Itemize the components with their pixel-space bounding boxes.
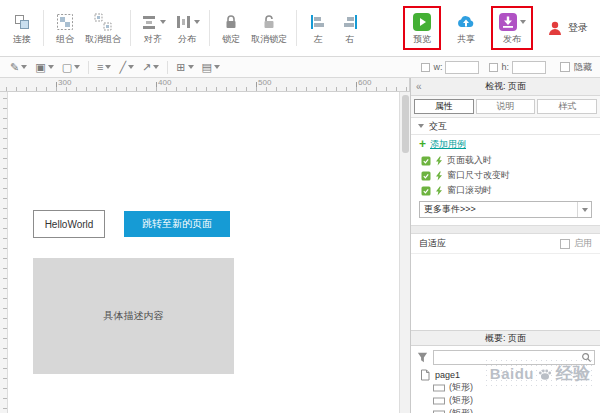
enable-label: 启用	[574, 237, 592, 250]
more-events-dropdown[interactable]: 更多事件>>>	[419, 201, 592, 218]
toolbar-right-group: 预览 共享 发布 登录	[406, 0, 600, 56]
filter-funnel-icon[interactable]	[416, 351, 429, 364]
format-painter-control[interactable]: ✎	[6, 62, 31, 73]
width-field: w:	[421, 61, 479, 74]
height-field: h:	[489, 61, 546, 74]
event-label: 窗口滚动时	[447, 184, 492, 197]
tool-ungroup[interactable]: 取消组合	[81, 9, 125, 47]
height-input[interactable]	[512, 61, 546, 74]
event-onwindowresize[interactable]: 窗口尺寸改变时	[411, 168, 600, 183]
inspector-title: 检视: 页面	[411, 80, 600, 93]
chevron-down-icon	[577, 202, 591, 217]
search-input[interactable]	[434, 351, 581, 364]
line-style-control[interactable]: ╱	[115, 62, 138, 73]
case-icon	[434, 186, 444, 196]
tree-item-label: (矩形)	[449, 381, 473, 394]
text-format-control[interactable]: ⊞	[172, 62, 197, 73]
tool-label: 对齐	[144, 35, 162, 44]
tool-label: 右	[346, 35, 355, 44]
login-button[interactable]: 登录	[542, 16, 592, 40]
enable-checkbox[interactable]	[560, 239, 570, 249]
event-onwindowscroll[interactable]: 窗口滚动时	[411, 183, 600, 198]
lock-icon	[222, 13, 240, 31]
preview-icon	[412, 12, 432, 32]
tool-distribute[interactable]: 分布	[170, 9, 204, 47]
tree-item-page1[interactable]: page1	[411, 368, 600, 381]
interaction-section-header[interactable]: 交互	[411, 118, 600, 135]
chevron-down-icon	[48, 65, 54, 69]
align-left-icon	[309, 13, 327, 31]
tree-item-rect[interactable]: (矩形)	[411, 394, 600, 407]
shadow-style-control[interactable]: ▤	[198, 62, 224, 73]
tool-align[interactable]: 对齐	[136, 9, 170, 47]
shadow-style-icon: ▤	[202, 62, 212, 73]
toolbar-left-group: 连接 组合 取消组合 对齐 分布	[0, 0, 366, 56]
outline-tree: page1 (矩形) (矩形) (矩形)	[411, 368, 600, 413]
hide-control[interactable]: 隐藏	[560, 61, 592, 74]
style-toolbar: ✎ ▣ ▢ ≡ ╱ ↗ ⊞ ▤ w: h: 隐藏	[0, 57, 600, 78]
rectangle-icon	[433, 382, 445, 394]
line-weight-control[interactable]: ≡	[93, 62, 115, 73]
share-cloud-icon	[456, 12, 476, 32]
tool-align-right[interactable]: 右	[334, 9, 366, 47]
canvas[interactable]: HelloWorld 跳转至新的页面 具体描述内容	[8, 92, 399, 413]
preview-button[interactable]: 预览	[406, 9, 438, 47]
event-onpageload[interactable]: 页面载入时	[411, 153, 600, 168]
collapse-panel-icon[interactable]: «	[416, 82, 422, 92]
border-color-icon: ▢	[62, 62, 72, 73]
width-label: w:	[433, 62, 442, 72]
chevron-down-icon	[105, 65, 111, 69]
jump-button-widget[interactable]: 跳转至新的页面	[124, 211, 230, 237]
rectangle-icon	[433, 408, 445, 413]
chevron-down-icon	[74, 65, 80, 69]
border-color-control[interactable]: ▢	[58, 62, 84, 73]
helloworld-text: HelloWorld	[45, 219, 94, 230]
interaction-section-label: 交互	[429, 120, 447, 133]
add-case-label: 添加用例	[430, 138, 466, 151]
inspector-header: « 检视: 页面	[411, 78, 600, 96]
width-input[interactable]	[445, 61, 479, 74]
line-weight-icon: ≡	[97, 62, 103, 73]
ruler-mark: 500	[258, 79, 271, 87]
tree-item-label: (矩形)	[449, 394, 473, 407]
hide-checkbox[interactable]	[560, 62, 570, 72]
more-events-label: 更多事件>>>	[424, 203, 476, 216]
add-case-link[interactable]: + 添加用例	[411, 135, 600, 153]
tool-connect[interactable]: 连接	[6, 9, 38, 47]
tool-group[interactable]: 组合	[49, 9, 81, 47]
line-style-icon: ╱	[119, 62, 126, 73]
vertical-scrollbar[interactable]	[399, 92, 410, 413]
event-icon	[421, 186, 431, 196]
scrollbar-thumb[interactable]	[402, 95, 409, 153]
tool-lock[interactable]: 锁定	[215, 9, 247, 47]
fill-color-icon: ▣	[35, 62, 45, 73]
description-rect-widget[interactable]: 具体描述内容	[33, 258, 234, 374]
tool-label: 取消组合	[85, 35, 121, 44]
text-format-icon: ⊞	[176, 62, 185, 73]
tab-notes[interactable]: 说明	[476, 99, 536, 114]
ungroup-icon	[94, 13, 112, 31]
toolbar-separator	[43, 10, 44, 46]
toolbar-separator	[88, 61, 89, 74]
tab-style[interactable]: 样式	[537, 99, 597, 114]
fill-color-control[interactable]: ▣	[31, 62, 57, 73]
event-label: 窗口尺寸改变时	[447, 169, 510, 182]
arrow-style-control[interactable]: ↗	[138, 62, 163, 73]
main-toolbar: 连接 组合 取消组合 对齐 分布	[0, 0, 600, 57]
tool-unlock[interactable]: 取消锁定	[247, 9, 291, 47]
tool-label: 分布	[178, 35, 196, 44]
helloworld-widget[interactable]: HelloWorld	[33, 210, 105, 238]
publish-button[interactable]: 发布	[494, 9, 530, 47]
arrow-style-icon: ↗	[142, 62, 151, 73]
tool-align-left[interactable]: 左	[302, 9, 334, 47]
share-button[interactable]: 共享	[450, 9, 482, 47]
connect-icon	[13, 13, 31, 31]
tree-item-rect[interactable]: (矩形)	[411, 407, 600, 413]
search-icon[interactable]	[581, 352, 592, 363]
align-icon	[140, 13, 158, 31]
event-label: 页面载入时	[447, 154, 492, 167]
tab-properties[interactable]: 属性	[414, 99, 474, 114]
tree-item-rect[interactable]: (矩形)	[411, 381, 600, 394]
section-divider	[411, 225, 600, 234]
search-box	[433, 350, 595, 365]
